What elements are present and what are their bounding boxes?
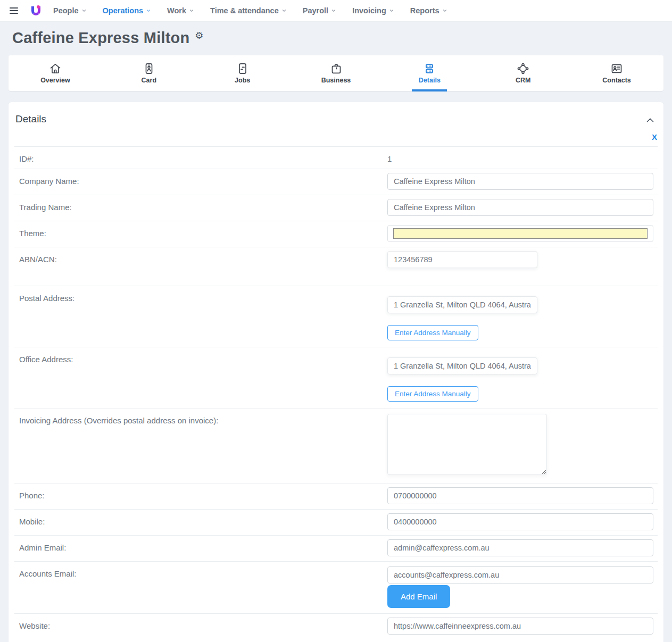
tab-card[interactable]: Card: [102, 55, 196, 91]
row-phone: Phone:: [14, 483, 658, 509]
tab-contacts[interactable]: Contacts: [570, 55, 663, 91]
main-nav: People Operations Work Time & attendance…: [53, 6, 447, 15]
theme-color-swatch: [393, 228, 648, 239]
id-badge-icon: [143, 62, 155, 75]
phone-input[interactable]: [387, 487, 653, 504]
field-label: Admin Email:: [14, 536, 387, 561]
chevron-down-icon: [331, 8, 336, 13]
row-id: ID#: 1: [14, 146, 658, 169]
top-navbar: People Operations Work Time & attendance…: [0, 0, 672, 22]
abn-acn-input[interactable]: [387, 251, 537, 268]
chevron-down-icon: [389, 8, 394, 13]
modules-icon: [517, 62, 529, 75]
field-label: ABN/ACN:: [14, 247, 387, 286]
nav-item-people[interactable]: People: [53, 6, 87, 15]
chevron-down-icon: [442, 8, 447, 13]
field-label: Mobile:: [14, 510, 387, 535]
add-email-button[interactable]: Add Email: [387, 585, 450, 608]
server-stack-icon: [423, 62, 436, 75]
field-label: Accounts Email:: [14, 562, 387, 613]
field-label: Office Address:: [14, 347, 387, 408]
office-enter-address-manually-button[interactable]: Enter Address Manually: [387, 386, 478, 402]
row-postal-address: Postal Address: Enter Address Manually: [14, 286, 658, 347]
invoicing-address-textarea[interactable]: [387, 414, 547, 475]
app-logo: [31, 6, 40, 15]
admin-email-input[interactable]: [387, 539, 653, 556]
row-abn-acn: ABN/ACN:: [14, 247, 658, 286]
field-label: Postal Address:: [14, 286, 387, 347]
field-label: Theme:: [14, 221, 387, 247]
page-title: Caffeine Express Milton: [12, 29, 189, 47]
tab-jobs[interactable]: Jobs: [196, 55, 289, 91]
postal-enter-address-manually-button[interactable]: Enter Address Manually: [387, 325, 478, 340]
field-label: Website:: [14, 614, 387, 639]
mobile-input[interactable]: [387, 513, 653, 530]
entity-tabbar: Overview Card Jobs Business Details C: [9, 55, 663, 91]
field-label: Company Name:: [14, 169, 387, 195]
row-office-address: Office Address: Enter Address Manually: [14, 347, 658, 408]
hamburger-menu-icon[interactable]: [10, 7, 18, 14]
nav-item-invoicing[interactable]: Invoicing: [352, 6, 394, 15]
trading-name-input[interactable]: [387, 199, 653, 216]
contact-card-icon: [610, 62, 623, 75]
nav-item-reports[interactable]: Reports: [410, 6, 447, 15]
row-accounts-email: Accounts Email: Add Email: [14, 561, 658, 613]
row-website: Website:: [14, 613, 658, 639]
briefcase-icon: [330, 62, 343, 75]
row-admin-email: Admin Email:: [14, 535, 658, 561]
field-label: Phone:: [14, 483, 387, 509]
chevron-down-icon: [146, 8, 151, 13]
chevron-down-icon: [81, 8, 87, 13]
chevron-down-icon: [281, 8, 287, 13]
tab-details[interactable]: Details: [383, 55, 476, 91]
id-value: 1: [387, 151, 392, 163]
close-link[interactable]: X: [652, 132, 657, 141]
nav-item-operations[interactable]: Operations: [103, 6, 152, 15]
theme-color-picker[interactable]: [387, 225, 653, 242]
tab-overview[interactable]: Overview: [9, 55, 102, 91]
home-icon: [49, 62, 62, 75]
row-theme: Theme:: [14, 221, 658, 247]
nav-item-payroll[interactable]: Payroll: [303, 6, 336, 15]
tab-business[interactable]: Business: [289, 55, 383, 91]
collapse-chevron-up-icon[interactable]: [644, 114, 656, 126]
company-name-input[interactable]: [387, 173, 653, 190]
nav-item-time-attendance[interactable]: Time & attendance: [210, 6, 287, 15]
row-trading-name: Trading Name:: [14, 195, 658, 221]
chevron-down-icon: [189, 8, 194, 13]
row-invoicing-address: Invoicing Address (Overrides postal addr…: [14, 408, 658, 483]
accounts-email-input[interactable]: [387, 566, 653, 583]
panel-title: Details: [15, 113, 46, 125]
gear-icon[interactable]: ⚙: [195, 31, 203, 40]
postal-address-input[interactable]: [387, 296, 537, 313]
office-address-input[interactable]: [387, 357, 537, 374]
website-input[interactable]: [387, 618, 653, 635]
details-panel: Details X ID#: 1 Company Name: Trading N…: [9, 102, 663, 642]
field-label: Trading Name:: [14, 195, 387, 221]
field-label: ID#:: [14, 147, 387, 169]
nav-item-work[interactable]: Work: [167, 6, 194, 15]
tab-crm[interactable]: CRM: [476, 55, 570, 91]
document-icon: [236, 62, 249, 75]
row-mobile: Mobile:: [14, 509, 658, 535]
row-company-name: Company Name:: [14, 169, 658, 195]
field-label: Invoicing Address (Overrides postal addr…: [14, 408, 387, 483]
